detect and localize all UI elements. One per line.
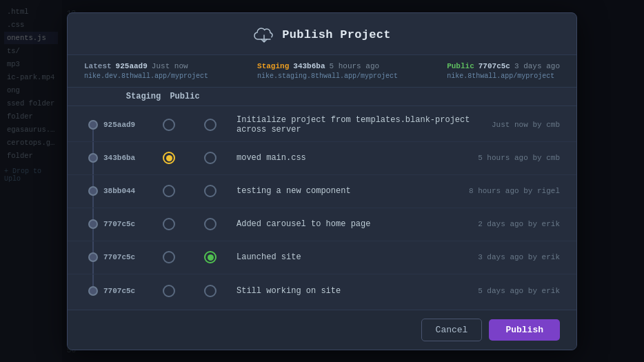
commit-message: Added carousel to home page xyxy=(231,219,472,229)
public-url: nike.8thwall.app/myproject xyxy=(447,72,554,80)
public-radio-button[interactable] xyxy=(204,251,217,263)
staging-radio-button[interactable] xyxy=(163,152,175,164)
public-radio-col xyxy=(190,251,231,263)
public-radio-col xyxy=(190,285,231,297)
publish-modal: Publish Project Latest 925aad9 Just now … xyxy=(67,12,577,350)
modal-footer: Cancel Publish xyxy=(68,310,576,350)
staging-radio-col xyxy=(148,251,190,263)
commit-meta: 2 days ago by erik xyxy=(472,220,560,228)
commits-list: 925aad9Initialize project from templates… xyxy=(68,106,576,310)
staging-label: Staging xyxy=(257,62,289,70)
staging-radio-button[interactable] xyxy=(163,285,175,297)
staging-radio-col xyxy=(148,218,190,230)
timeline-dot xyxy=(88,252,98,262)
public-radio-col xyxy=(190,152,231,164)
public-radio-col xyxy=(190,185,231,197)
staging-radio-col xyxy=(148,119,190,131)
timeline-dot xyxy=(88,153,98,163)
commit-message: moved main.css xyxy=(231,153,472,163)
commit-meta: 3 days ago by erik xyxy=(472,253,560,261)
timeline-dot xyxy=(88,186,98,196)
public-radio-col xyxy=(190,119,231,131)
publish-button[interactable]: Publish xyxy=(489,319,560,341)
staging-radio-button[interactable] xyxy=(163,185,175,197)
public-hash: 7707c5c xyxy=(479,62,510,70)
commit-row: 7707c5cAdded carousel to home page2 days… xyxy=(68,208,576,241)
public-time: 3 days ago xyxy=(514,62,560,70)
staging-radio-col xyxy=(148,285,190,297)
commit-meta: 5 days ago by erik xyxy=(472,287,560,295)
commit-meta: 5 hours ago by cmb xyxy=(472,154,560,162)
staging-col-header: Staging xyxy=(123,92,164,101)
latest-time: Just now xyxy=(152,62,188,70)
deploy-staging: Staging 343b6ba 5 hours ago nike.staging… xyxy=(257,62,398,80)
commit-message: testing a new component xyxy=(231,186,463,196)
public-col-header: Public xyxy=(164,92,205,101)
public-radio-button[interactable] xyxy=(204,119,217,131)
latest-label: Latest xyxy=(84,62,112,70)
commit-hash: 7707c5c xyxy=(103,253,148,261)
commit-row: 38bb044testing a new component8 hours ag… xyxy=(68,175,576,208)
commit-meta: Just now by cmb xyxy=(486,121,560,129)
commit-hash: 7707c5c xyxy=(103,287,148,295)
staging-radio-button[interactable] xyxy=(163,251,175,263)
deploy-bar: Latest 925aad9 Just now nike.dev.8thwall… xyxy=(68,55,576,88)
commit-hash: 7707c5c xyxy=(103,220,148,228)
staging-radio-col xyxy=(148,185,190,197)
commit-hash: 38bb044 xyxy=(103,187,148,195)
staging-hash: 343b6ba xyxy=(293,62,325,70)
commit-row: 7707c5cLaunched site3 days ago by erik xyxy=(68,241,576,274)
deploy-public: Public 7707c5c 3 days ago nike.8thwall.a… xyxy=(447,62,560,80)
commit-meta: 8 hours ago by rigel xyxy=(463,187,560,195)
commit-row: 925aad9Initialize project from templates… xyxy=(68,109,576,142)
staging-url: nike.staging.8thwall.app/myproject xyxy=(257,72,398,80)
staging-time: 5 hours ago xyxy=(330,62,380,70)
commit-row: 7707c5cStill working on site5 days ago b… xyxy=(68,274,576,308)
commit-message: Initialize project from templates.blank-… xyxy=(231,115,486,134)
cancel-button[interactable]: Cancel xyxy=(421,319,483,341)
deploy-latest: Latest 925aad9 Just now nike.dev.8thwall… xyxy=(84,62,208,80)
public-label: Public xyxy=(447,62,474,70)
timeline-dot xyxy=(88,286,98,296)
commit-hash: 925aad9 xyxy=(103,121,148,129)
commit-message: Launched site xyxy=(231,252,472,262)
public-radio-button[interactable] xyxy=(204,218,217,230)
public-radio-col xyxy=(190,218,231,230)
public-radio-button[interactable] xyxy=(204,185,217,197)
modal-title: Publish Project xyxy=(282,28,391,41)
column-headers: Staging Public xyxy=(68,88,576,106)
commit-hash: 343b6ba xyxy=(103,154,148,162)
cloud-icon xyxy=(253,24,275,46)
latest-url: nike.dev.8thwall.app/myproject xyxy=(84,72,208,80)
public-radio-button[interactable] xyxy=(204,285,217,297)
latest-hash: 925aad9 xyxy=(116,62,148,70)
modal-overlay: Publish Project Latest 925aad9 Just now … xyxy=(0,0,644,362)
commit-message: Still working on site xyxy=(231,286,472,296)
staging-radio-col xyxy=(148,152,190,164)
staging-radio-button[interactable] xyxy=(163,119,175,131)
staging-radio-button[interactable] xyxy=(163,218,175,230)
commit-row: 343b6bamoved main.css5 hours ago by cmb xyxy=(68,142,576,175)
modal-header: Publish Project xyxy=(68,13,576,55)
timeline-dot xyxy=(88,219,98,229)
public-radio-button[interactable] xyxy=(204,152,217,164)
timeline-dot xyxy=(88,120,98,130)
